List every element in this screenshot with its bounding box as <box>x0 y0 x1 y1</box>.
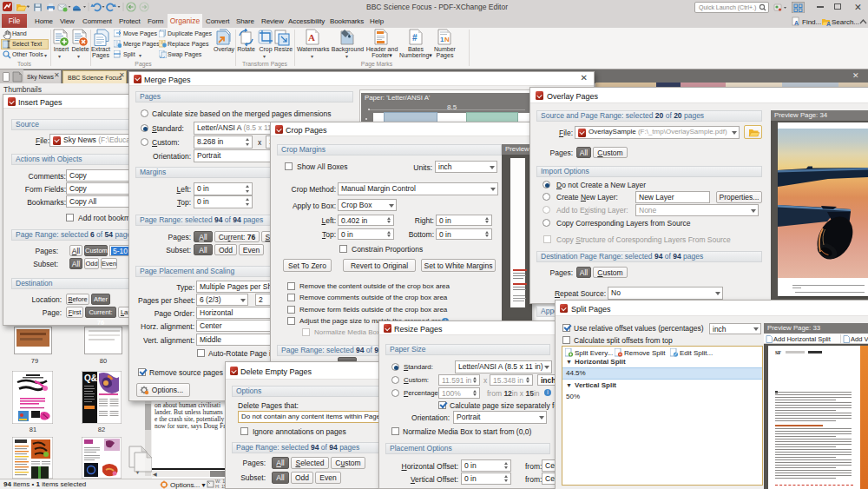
svg-text:A: A <box>308 32 315 43</box>
svg-text:Find...: Find... <box>802 18 821 26</box>
svg-text:N: N <box>444 36 450 43</box>
svg-text:A: A <box>826 21 831 27</box>
svg-text:#: # <box>412 33 418 43</box>
svg-text:A: A <box>794 20 799 26</box>
svg-text:Search...: Search... <box>832 18 859 26</box>
